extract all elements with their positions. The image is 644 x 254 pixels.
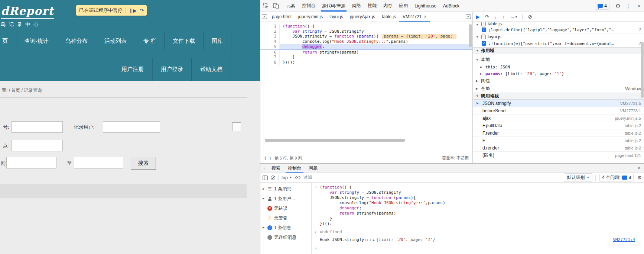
tab-lighthouse[interactable]: Lighthouse: [411, 0, 440, 12]
line-number[interactable]: 1: [260, 24, 280, 29]
nav-item-bird-distribution[interactable]: 鸟种分布: [57, 31, 96, 51]
tab-sources[interactable]: 源代码/来源: [319, 0, 349, 12]
drawer-tab-console[interactable]: 控制台: [284, 164, 305, 173]
line-number[interactable]: 2: [260, 29, 280, 34]
nav-item-register[interactable]: 用户注册: [113, 58, 152, 81]
breadcrumb[interactable]: 置: / 首页 / 记录查询: [2, 87, 42, 94]
callstack-frame[interactable]: d.render table.js:2: [473, 144, 644, 152]
deactivate-breakpoints-icon[interactable]: ⊘: [528, 14, 532, 20]
editor-vertical-scrollbar[interactable]: [469, 24, 472, 47]
resume-script-icon[interactable]: ▶: [476, 14, 480, 20]
open-file-panel-icon[interactable]: ▸: [464, 12, 472, 22]
chevron-down-icon[interactable]: ▼: [476, 23, 479, 26]
checkbox[interactable]: [232, 122, 241, 131]
source-link[interactable]: VM27721:4: [613, 237, 635, 242]
drawer-tab-search[interactable]: 搜索: [268, 164, 284, 173]
breakpoint-entry[interactable]: ✓ ;layui.define(["laytpl","laypage","lay…: [473, 26, 644, 33]
chevron-right-icon[interactable]: ▶: [263, 197, 266, 200]
nav-item-activity-list[interactable]: 活动列表: [96, 31, 135, 51]
console-messages[interactable]: › (function() { var stringfy = JSON.stri…: [312, 183, 644, 254]
step-over-icon[interactable]: ↷: [140, 8, 144, 13]
search-button[interactable]: 搜索: [131, 157, 156, 170]
tab-performance[interactable]: 性能: [364, 0, 380, 12]
chevron-right-icon[interactable]: ▶: [476, 87, 479, 90]
file-tab-layui[interactable]: layui.js: [326, 12, 347, 22]
time-to-input[interactable]: [74, 157, 123, 168]
scope-local-group[interactable]: ▼ 本地: [473, 56, 644, 64]
step-out-icon[interactable]: ↑: [502, 14, 505, 20]
editor-horizontal-scrollbar[interactable]: [260, 138, 472, 142]
sidebar-scrollbar[interactable]: [641, 42, 644, 98]
console-messages-badge[interactable]: 4: [595, 2, 609, 10]
line-number[interactable]: 5: [260, 44, 280, 49]
nav-item-gallery[interactable]: 图库: [204, 31, 231, 51]
step-over-icon[interactable]: ↷: [485, 14, 489, 20]
console-filter-all-messages[interactable]: ▶ ☰ 1 条消息: [260, 184, 311, 194]
line-number[interactable]: 6: [260, 50, 280, 55]
nav-item-downloads[interactable]: 文件下载: [165, 31, 204, 51]
settings-gear-icon[interactable]: ⚙: [613, 0, 623, 12]
resume-script-icon[interactable]: ❙▶: [129, 8, 137, 13]
breakpoint-file-tablejs[interactable]: ▼ ‹› table.js: [473, 22, 644, 26]
chevron-right-icon[interactable]: ▶: [476, 79, 479, 83]
chevron-right-icon[interactable]: ▶: [480, 65, 484, 69]
log-levels-dropdown[interactable]: 默认级别 ▼: [564, 173, 592, 182]
nav-item-login[interactable]: 用户登录: [152, 58, 192, 81]
console-filter-user-messages[interactable]: ▶ 1 条用户...: [260, 194, 311, 203]
show-navigator-icon[interactable]: ▸: [260, 12, 269, 22]
object-preview[interactable]: {limit: '20', page: '1'}: [376, 237, 435, 242]
chevron-right-icon[interactable]: ▶: [263, 226, 266, 229]
step-into-icon[interactable]: ↓: [495, 14, 497, 20]
breakpoint-checkbox[interactable]: ✓: [482, 28, 486, 32]
line-number[interactable]: 3: [260, 34, 280, 39]
scope-this-row[interactable]: ▶ this: JSON: [473, 64, 644, 70]
drawer-more-icon[interactable]: ⋮: [260, 164, 268, 173]
js-context-selector[interactable]: top ▼: [282, 175, 292, 180]
expand-object-icon[interactable]: ▶: [373, 238, 375, 243]
tab-network[interactable]: 网络: [349, 0, 364, 12]
scope-closure-group[interactable]: ▶ 闭包: [473, 77, 644, 85]
console-prompt[interactable]: ›: [312, 244, 644, 246]
console-filter-warnings[interactable]: ▶ ⚠ 无警告: [260, 213, 311, 223]
breakpoint-checkbox[interactable]: ✓: [482, 41, 486, 46]
clear-console-icon[interactable]: [271, 176, 275, 180]
pretty-print-icon[interactable]: { }: [264, 156, 271, 161]
breakpoint-entry[interactable]: ✓ ;!function(e){"use strict";var t=docum…: [473, 40, 644, 47]
code-editor[interactable]: 1(function() { 2 var stringfy = JSON.str…: [260, 22, 472, 153]
live-expression-eye-icon[interactable]: [295, 176, 300, 179]
file-tab-jquery[interactable]: jquery.min.js: [295, 12, 326, 22]
console-filter-errors[interactable]: ▶ ✕ 无错误: [260, 203, 311, 213]
file-tab-page-html[interactable]: page.html: [269, 12, 295, 22]
callstack-frame[interactable]: (匿名) page.html:121: [473, 152, 644, 159]
console-filter-verbose[interactable]: ▶ ⁚ 无详细消息: [260, 232, 311, 242]
step-icon[interactable]: →•: [510, 14, 517, 20]
close-devtools-icon[interactable]: ×: [634, 0, 644, 12]
file-tab-jqueryajax[interactable]: jqueryAjax.js: [347, 12, 378, 22]
scope-section-header[interactable]: ▼ 作用域: [473, 47, 644, 54]
issues-counter[interactable]: 4 个问题: 4: [599, 174, 634, 181]
callstack-frame[interactable]: ajax jquery.min.js:5: [473, 115, 644, 122]
tab-console[interactable]: 控制台: [299, 0, 319, 12]
drawer-tab-issues[interactable]: 问题: [305, 164, 321, 173]
chevron-right-icon[interactable]: ▶: [263, 187, 266, 190]
line-number[interactable]: 4: [260, 39, 280, 44]
callstack-frame[interactable]: beforeSend VM27728:1: [473, 107, 644, 115]
nav-item-query-stats[interactable]: 查询·统计: [16, 31, 57, 51]
location-input[interactable]: [12, 140, 63, 151]
nav-item-column[interactable]: 专 栏: [135, 31, 165, 51]
more-options-icon[interactable]: ⋮: [623, 0, 634, 12]
console-filter-input[interactable]: 过滤: [303, 174, 312, 181]
callstack-frame[interactable]: F table.js:2: [473, 137, 644, 144]
record-user-input[interactable]: [103, 121, 160, 133]
scope-global-group[interactable]: ▶ 全局 Window: [473, 85, 644, 93]
inspect-element-icon[interactable]: [260, 0, 271, 12]
close-drawer-icon[interactable]: ×: [634, 164, 644, 173]
scope-params-row[interactable]: ▶ params: {limit: '20', page: '1'}: [473, 70, 644, 77]
console-sidebar-toggle-icon[interactable]: [263, 176, 268, 180]
chevron-right-icon[interactable]: ▶: [480, 72, 484, 75]
nav-item-home[interactable]: 页: [0, 31, 16, 51]
file-tab-vm27721[interactable]: VM27721 ×: [399, 12, 430, 22]
close-tab-icon[interactable]: ×: [424, 14, 426, 19]
tab-application[interactable]: 应用: [396, 0, 411, 12]
tab-memory[interactable]: 内存: [380, 0, 396, 12]
